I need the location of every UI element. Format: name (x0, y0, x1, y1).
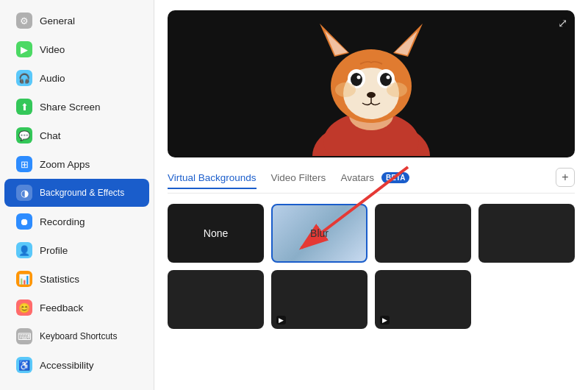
sidebar-item-label-general: General (40, 15, 75, 26)
sidebar: ⚙General▶Video🎧Audio⬆Share Screen💬Chat⊞Z… (0, 0, 154, 390)
tab-avatars[interactable]: Avatars (340, 172, 374, 189)
bg-item-nature[interactable] (478, 204, 575, 263)
sidebar-item-zoom-apps[interactable]: ⊞Zoom Apps (4, 150, 149, 178)
chat-icon: 💬 (16, 127, 32, 143)
sidebar-item-label-keyboard: Keyboard Shortcuts (40, 331, 117, 341)
bg-item-beach[interactable]: ▶ (375, 270, 471, 329)
sidebar-item-label-feedback: Feedback (40, 302, 83, 313)
sidebar-item-label-zoom-apps: Zoom Apps (40, 159, 90, 170)
sidebar-item-keyboard[interactable]: ⌨Keyboard Shortcuts (4, 322, 149, 350)
sidebar-item-recording[interactable]: ⏺Recording (4, 208, 149, 235)
svg-point-15 (367, 92, 376, 98)
sidebar-item-label-background: Background & Effects (40, 188, 124, 198)
backgrounds-section: NoneBlur▶▶ (168, 204, 575, 329)
bg-item-aurora[interactable]: ▶ (271, 270, 368, 329)
accessibility-icon: ♿ (16, 357, 32, 373)
bg-label-none: None (204, 227, 228, 239)
svg-marker-6 (325, 31, 348, 55)
svg-marker-7 (395, 31, 417, 55)
svg-point-17 (335, 82, 356, 97)
sidebar-item-accessibility[interactable]: ♿Accessibility (4, 351, 149, 379)
sidebar-item-video[interactable]: ▶Video (4, 35, 149, 63)
sidebar-item-share-screen[interactable]: ⬆Share Screen (4, 93, 149, 121)
sidebar-item-label-recording: Recording (40, 216, 85, 227)
profile-icon: 👤 (16, 242, 32, 258)
sidebar-item-label-audio: Audio (40, 73, 65, 84)
sidebar-item-label-share-screen: Share Screen (40, 102, 101, 113)
sidebar-item-general[interactable]: ⚙General (4, 7, 149, 35)
sidebar-item-label-statistics: Statistics (40, 274, 79, 285)
expand-icon[interactable]: ⤢ (558, 16, 567, 30)
sidebar-item-chat[interactable]: 💬Chat (4, 121, 149, 149)
sidebar-item-label-chat: Chat (40, 130, 61, 141)
add-background-button[interactable]: + (556, 168, 575, 187)
video-preview: ⤢ (168, 10, 575, 157)
sidebar-item-feedback[interactable]: 😊Feedback (4, 294, 149, 322)
svg-point-12 (380, 73, 392, 86)
sidebar-item-statistics[interactable]: 📊Statistics (4, 265, 149, 293)
general-icon: ⚙ (16, 13, 32, 29)
backgrounds-grid: NoneBlur▶▶ (168, 204, 575, 329)
bg-item-bridge[interactable] (375, 204, 471, 263)
bg-label-blur: Blur (310, 227, 329, 239)
video-badge-aurora: ▶ (276, 316, 286, 325)
fox-svg (254, 13, 489, 156)
feedback-icon: 😊 (16, 299, 32, 316)
tab-video-filters[interactable]: Video Filters (271, 172, 326, 189)
background-icon: ◑ (16, 185, 32, 201)
sidebar-item-label-accessibility: Accessibility (40, 360, 94, 371)
bg-item-none[interactable]: None (168, 204, 264, 263)
share-screen-icon: ⬆ (16, 99, 32, 115)
svg-point-14 (387, 75, 390, 79)
sidebar-item-label-profile: Profile (40, 245, 68, 256)
tab-virtual-backgrounds[interactable]: Virtual Backgrounds (168, 172, 257, 189)
svg-point-11 (351, 73, 362, 86)
svg-point-18 (387, 82, 407, 97)
main-content: ⤢ Virtual BackgroundsVideo FiltersAvatar… (154, 0, 588, 390)
tabs-row: Virtual BackgroundsVideo FiltersAvatarsB… (168, 168, 575, 194)
sidebar-item-background[interactable]: ◑Background & Effects (4, 179, 149, 207)
statistics-icon: 📊 (16, 271, 32, 287)
audio-icon: 🎧 (16, 70, 32, 86)
video-icon: ▶ (16, 41, 32, 57)
recording-icon: ⏺ (16, 213, 32, 230)
sidebar-item-label-video: Video (40, 44, 65, 55)
fox-avatar-scene (168, 10, 575, 157)
sidebar-item-profile[interactable]: 👤Profile (4, 236, 149, 264)
video-badge-beach: ▶ (380, 316, 390, 325)
keyboard-icon: ⌨ (16, 328, 32, 344)
bg-item-blur[interactable]: Blur (271, 204, 368, 263)
bg-item-space[interactable] (168, 270, 264, 329)
zoom-apps-icon: ⊞ (16, 156, 32, 172)
svg-point-13 (357, 75, 361, 79)
sidebar-item-audio[interactable]: 🎧Audio (4, 64, 149, 92)
beta-badge: BETA (381, 172, 409, 183)
